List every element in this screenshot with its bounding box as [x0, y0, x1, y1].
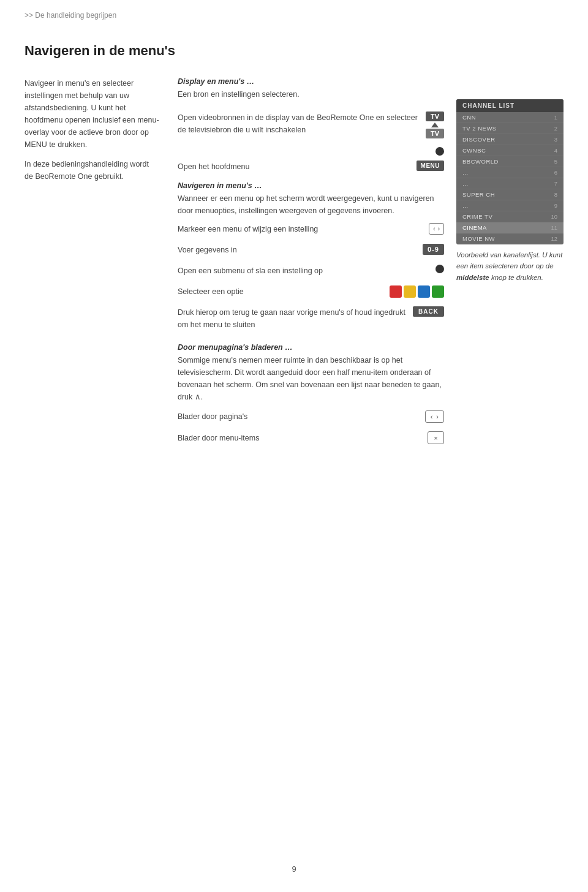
- menu-badge: MENU: [417, 161, 444, 171]
- back-badge: BACK: [413, 306, 444, 317]
- caption-bold: middelste: [456, 274, 489, 281]
- instruction-row-color: Selecteer een optie: [178, 285, 444, 298]
- blader-menu-items-text: Blader door menu-items: [178, 434, 421, 442]
- display-section-text: Een bron en instellingen selecteren.: [178, 88, 564, 100]
- badge-paginas-area: ‹ ›: [425, 410, 444, 423]
- channel-row-tv2: TV 2 NEWS 2: [456, 123, 564, 134]
- channel-row-9: … 9: [456, 200, 564, 211]
- color-keys-badge: [390, 285, 444, 298]
- dot2-icon: [435, 265, 444, 273]
- instruction-row-0-9: Voer gegevens in 0-9: [178, 244, 444, 256]
- left-para1: Navigeer in menu's en selecteer instelli…: [24, 77, 159, 151]
- green-key: [432, 285, 444, 298]
- instruction-text-color: Selecteer een optie: [178, 285, 383, 298]
- instructions-area: Open videobronnen in de display van de B…: [178, 112, 444, 453]
- lr-arrows-badge: ‹ ›: [429, 223, 444, 235]
- left-arrow-icon: ‹: [433, 225, 435, 232]
- blader-paginas-row: Blader door pagina's ‹ ›: [178, 410, 444, 423]
- badge-tv-arrow-tv: TV TV: [426, 112, 444, 138]
- arrow-up-icon: [431, 123, 439, 127]
- badge-back-area: BACK: [413, 306, 444, 317]
- channel-row-discover: DISCOVER 3: [456, 134, 564, 145]
- bladeren-text: Sommige menu's nemen meer ruimte in dan …: [178, 354, 444, 403]
- instruction-text-back: Druk hierop om terug te gaan naar vorige…: [178, 306, 407, 331]
- instruction-text-markeer: Markeer een menu of wijzig een instellin…: [178, 223, 423, 235]
- red-key: [390, 285, 402, 298]
- channel-row-6: … 6: [456, 167, 564, 178]
- channel-row-crimetv: CRIME TV 10: [456, 211, 564, 222]
- badge-dot2-area: [435, 265, 444, 273]
- channel-list-header: CHANNEL LIST: [456, 99, 564, 112]
- page-number: 9: [292, 864, 296, 874]
- instruction-text-videobronnen: Open videobronnen in de display van de B…: [178, 112, 420, 136]
- instruction-text-submenu: Open een submenu of sla een instelling o…: [178, 265, 429, 277]
- channel-row-superch: SUPER CH 8: [456, 189, 564, 200]
- instruction-row-menu: Open het hoofdmenu MENU: [178, 161, 444, 173]
- right-column: Display en menu's … Een bron en instelli…: [178, 77, 564, 453]
- blader-menu-items-row: Blader door menu-items ⌅: [178, 431, 444, 444]
- left-para2: In deze bedieningshandleiding wordt de B…: [24, 158, 159, 183]
- tv-label-bottom: TV: [426, 129, 444, 138]
- channel-row-movienw: MOVIE NW 12: [456, 233, 564, 244]
- badge-menu-area: MENU: [417, 161, 444, 171]
- breadcrumb: >> De handleiding begrijpen: [0, 0, 588, 25]
- display-section-title: Display en menu's …: [178, 77, 564, 86]
- badge-dot-area: [435, 147, 444, 156]
- channel-row-cinema: CINEMA 11: [456, 222, 564, 233]
- badge-color-keys-area: [390, 285, 444, 298]
- navigeren-text: Wanneer er een menu op het scherm wordt …: [178, 192, 444, 217]
- instruction-row-submenu: Open een submenu of sla een instelling o…: [178, 265, 444, 277]
- badge-0-9-area: 0-9: [423, 244, 444, 255]
- channel-row-7: … 7: [456, 178, 564, 189]
- right-arrow-paginas-icon: ›: [436, 413, 439, 420]
- yellow-key: [404, 285, 416, 298]
- blue-key: [418, 285, 430, 298]
- channel-list-body: CNN 1 TV 2 NEWS 2 DISCOVER 3: [456, 112, 564, 244]
- instruction-row-markeer: Markeer een menu of wijzig een instellin…: [178, 223, 444, 235]
- lr-badge-paginas: ‹ ›: [425, 410, 444, 423]
- channel-list-widget: CHANNEL LIST CNN 1 TV 2 NEWS 2 D: [456, 99, 564, 244]
- instruction-text-menu: Open het hoofdmenu: [178, 161, 410, 173]
- updown-arrows-icon: ⌅: [433, 434, 439, 442]
- instruction-row-videobronnen: Open videobronnen in de display van de B…: [178, 112, 444, 138]
- navigeren-title: Navigeren in menu's …: [178, 181, 444, 190]
- dot-icon: [435, 147, 444, 156]
- tv-label-top: TV: [426, 112, 444, 121]
- left-column: Navigeer in menu's en selecteer instelli…: [24, 77, 159, 453]
- page-title: Navigeren in de menu's: [24, 43, 564, 59]
- caption-part2: knop te drukken.: [489, 274, 543, 281]
- updown-badge: ⌅: [428, 431, 444, 444]
- instruction-row-dot: [178, 147, 444, 156]
- 0-9-badge: 0-9: [423, 244, 444, 255]
- left-arrow-paginas-icon: ‹: [431, 413, 433, 420]
- right-arrow-icon: ›: [438, 225, 440, 232]
- channel-list-area: CHANNEL LIST CNN 1 TV 2 NEWS 2 D: [456, 99, 564, 453]
- channel-row-cwnbc: CWNBC 4: [456, 145, 564, 156]
- channel-row-bbcworld: BBCWORLD 5: [456, 156, 564, 167]
- badge-lr-arrows-area: ‹ ›: [429, 223, 444, 235]
- channel-row-cnn: CNN 1: [456, 112, 564, 123]
- badge-menu-items-area: ⌅: [428, 431, 444, 444]
- instruction-row-back: Druk hierop om terug te gaan naar vorige…: [178, 306, 444, 331]
- bladeren-title: Door menupagina's bladeren …: [178, 343, 444, 352]
- bladeren-section: Door menupagina's bladeren … Sommige men…: [178, 343, 444, 444]
- instruction-text-0-9: Voer gegevens in: [178, 244, 417, 256]
- channel-list-caption: Voorbeeld van kanalenlijst. U kunt een i…: [456, 249, 564, 283]
- blader-paginas-text: Blader door pagina's: [178, 412, 419, 421]
- caption-part1: Voorbeeld van kanalenlijst. U kunt een i…: [456, 251, 562, 270]
